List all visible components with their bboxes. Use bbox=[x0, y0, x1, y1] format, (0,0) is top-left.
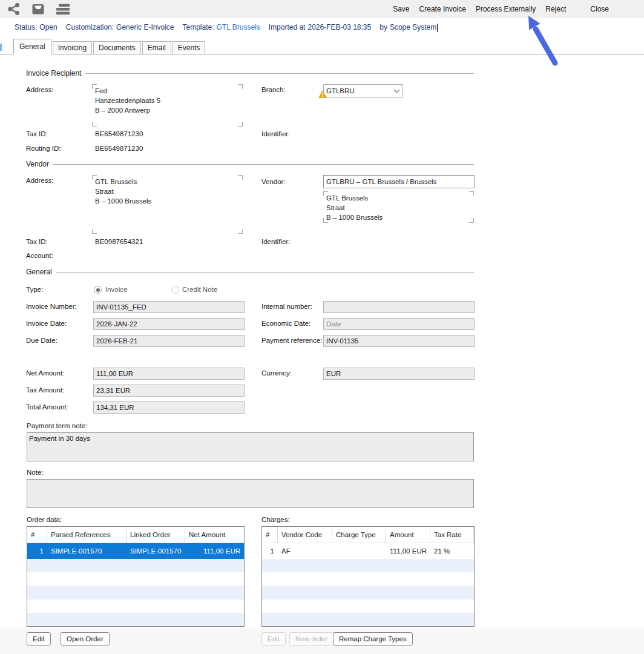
col-header-charge-type[interactable]: Charge Type bbox=[332, 527, 386, 543]
inbox-icon[interactable] bbox=[30, 2, 46, 16]
invoice-recipient-group-header: Invoice Recipient bbox=[26, 69, 474, 78]
col-header-vendor-code[interactable]: Vendor Code bbox=[278, 527, 332, 543]
charges-table-header: # Vendor Code Charge Type Amount Tax Rat… bbox=[262, 527, 474, 543]
template-field: Template:GTL Brussels bbox=[182, 23, 260, 31]
tab-events[interactable]: Events bbox=[172, 41, 206, 54]
credit-note-radio[interactable] bbox=[171, 286, 179, 294]
recipient-address-line: B – 2000 Antwerp bbox=[95, 105, 150, 116]
general-group-header: General bbox=[26, 268, 474, 276]
recipient-address-line: Fed bbox=[95, 86, 107, 96]
by-label: by bbox=[380, 23, 387, 31]
status-field: Status:Open bbox=[15, 23, 58, 31]
tax-amount-field[interactable]: 23,31 EUR bbox=[93, 385, 245, 397]
charges-label: Charges: bbox=[261, 516, 290, 523]
recipient-tax-id-value: BE6549871230 bbox=[95, 130, 143, 137]
vendor-resolved-address-line: GTL Brussels bbox=[326, 193, 368, 203]
vendor-group-header: Vendor bbox=[26, 160, 474, 168]
charges-row[interactable]: 1 AF 111,00 EUR 21 % bbox=[262, 543, 474, 559]
invoice-date-field[interactable]: 2026-JAN-22 bbox=[93, 318, 245, 330]
col-header-num[interactable]: # bbox=[27, 527, 47, 543]
col-header-linked-order[interactable]: Linked Order bbox=[126, 527, 185, 543]
invoice-recipient-title: Invoice Recipient bbox=[26, 69, 81, 78]
customization-value: Generic E-Invoice bbox=[116, 23, 174, 31]
empty-row bbox=[262, 572, 474, 586]
net-amount-field[interactable]: 111,00 EUR bbox=[93, 368, 245, 380]
tab-email[interactable]: Email bbox=[142, 41, 171, 54]
vendor-resolved-address-box: GTL Brussels Straat B – 1000 Brussels bbox=[323, 191, 474, 223]
status-value: Open bbox=[39, 23, 57, 31]
col-header-num[interactable]: # bbox=[262, 527, 278, 543]
note-textarea[interactable] bbox=[27, 479, 474, 508]
create-invoice-button[interactable]: Create Invoice bbox=[419, 5, 466, 13]
internal-number-field[interactable] bbox=[323, 301, 475, 313]
vendor-identifier-label: Identifier: bbox=[261, 238, 290, 245]
order-data-table-header: # Parsed References Linked Order Net Amo… bbox=[27, 527, 244, 543]
cell-linked-order: SIMPLE-001570 bbox=[126, 547, 185, 555]
imported-label: Imported at bbox=[269, 23, 306, 31]
invoice-number-field[interactable]: INV-01135_FED bbox=[93, 301, 245, 313]
payment-reference-field[interactable]: INV-01135 bbox=[323, 335, 475, 347]
save-button[interactable]: Save bbox=[393, 5, 409, 13]
vendor-address-line: Straat bbox=[95, 187, 114, 197]
payment-term-note-textarea[interactable]: Payment in 30 days bbox=[27, 432, 474, 461]
vendor-tax-id-value: BE0987654321 bbox=[95, 238, 143, 245]
net-amount-label: Net Amount: bbox=[26, 369, 64, 377]
new-order-button: New order bbox=[289, 632, 334, 646]
type-label: Type: bbox=[26, 286, 43, 293]
currency-field[interactable]: EUR bbox=[323, 368, 475, 380]
share-icon[interactable] bbox=[6, 2, 22, 16]
tab-invoicing[interactable]: Invoicing bbox=[53, 41, 92, 54]
tab-documents[interactable]: Documents bbox=[93, 41, 141, 54]
cell-parsed-reference: SIMPLE-001570 bbox=[47, 547, 126, 555]
invoice-radio[interactable] bbox=[94, 286, 102, 294]
empty-row bbox=[27, 572, 244, 586]
vendor-select-field[interactable]: GTLBRU – GTL Brussels / Brussels bbox=[323, 175, 475, 188]
vendor-address-box[interactable]: GTL Brussels Straat B – 1000 Brussels bbox=[92, 175, 243, 234]
tab-general[interactable]: General bbox=[13, 39, 51, 54]
economic-date-placeholder: Date bbox=[326, 320, 341, 328]
vendor-resolved-address-line: B – 1000 Brussels bbox=[326, 213, 383, 223]
empty-row bbox=[27, 600, 244, 613]
currency-label: Currency: bbox=[261, 369, 292, 377]
text-caret bbox=[437, 24, 438, 32]
vendor-address-line: B – 1000 Brussels bbox=[95, 196, 151, 206]
order-data-label: Order data: bbox=[27, 516, 62, 523]
payment-reference-label: Payment reference: bbox=[261, 337, 322, 344]
imported-by-field: byScope System bbox=[380, 23, 438, 32]
vendor-select-label: Vendor: bbox=[261, 178, 286, 185]
payment-term-note-label: Payment term note: bbox=[27, 422, 87, 429]
recipient-address-label: Address: bbox=[26, 86, 53, 93]
charges-table: # Vendor Code Charge Type Amount Tax Rat… bbox=[261, 526, 475, 627]
col-header-tax-rate[interactable]: Tax Rate bbox=[430, 527, 474, 543]
col-header-amount[interactable]: Amount bbox=[386, 527, 430, 543]
recipient-tax-id-label: Tax ID: bbox=[26, 130, 48, 137]
template-value-link[interactable]: GTL Brussels bbox=[217, 23, 260, 31]
order-data-table: # Parsed References Linked Order Net Amo… bbox=[27, 526, 245, 627]
col-header-net-amount[interactable]: Net Amount bbox=[185, 527, 244, 543]
cell-num: 1 bbox=[262, 547, 278, 555]
branch-combobox[interactable]: GTLBRU bbox=[323, 84, 403, 97]
by-value: Scope System bbox=[390, 23, 436, 31]
status-label: Status: bbox=[15, 23, 37, 31]
queue-icon[interactable] bbox=[54, 2, 70, 16]
routing-id-value: BE6549871230 bbox=[95, 145, 143, 152]
invoice-radio-label: Invoice bbox=[105, 286, 127, 293]
branch-label: Branch: bbox=[261, 86, 286, 93]
recipient-address-box[interactable]: Fed Hanzestedenplaats 5 B – 2000 Antwerp bbox=[92, 84, 243, 127]
col-header-parsed-references[interactable]: Parsed References bbox=[47, 527, 126, 543]
open-order-button[interactable]: Open Order bbox=[61, 632, 110, 646]
internal-number-label: Internal number: bbox=[261, 303, 312, 310]
close-button[interactable]: Close bbox=[590, 5, 609, 13]
annotation-arrow-icon bbox=[516, 12, 565, 68]
due-date-field[interactable]: 2026-FEB-21 bbox=[93, 335, 245, 347]
due-date-label: Due Date: bbox=[26, 337, 58, 344]
remap-charge-types-button[interactable]: Remap Charge Types bbox=[333, 632, 413, 646]
order-data-row-selected[interactable]: 1 SIMPLE-001570 SIMPLE-001570 111,00 EUR bbox=[27, 543, 244, 559]
empty-row bbox=[262, 559, 474, 572]
economic-date-field[interactable]: Date bbox=[323, 318, 475, 330]
vendor-tax-id-label: Tax ID: bbox=[26, 238, 48, 245]
total-amount-field[interactable]: 134,31 EUR bbox=[93, 401, 245, 414]
warning-icon bbox=[318, 90, 327, 98]
vendor-title: Vendor bbox=[26, 160, 49, 168]
order-edit-button[interactable]: Edit bbox=[27, 632, 51, 646]
